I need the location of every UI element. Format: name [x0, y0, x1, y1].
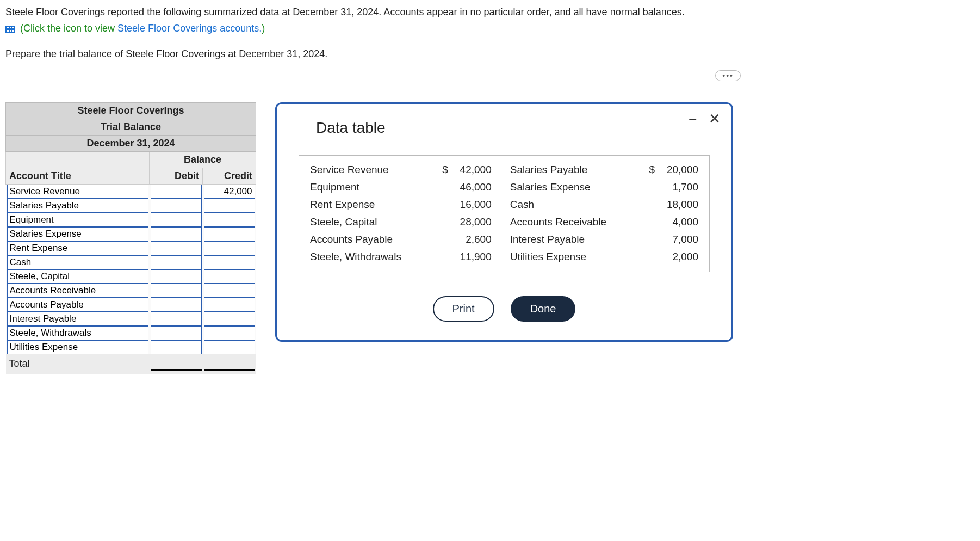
tb-col-debit: Debit	[150, 168, 203, 184]
currency-symbol: $	[434, 161, 450, 179]
data-right-label: Salaries Payable	[508, 161, 641, 179]
tb-row	[6, 269, 256, 284]
data-right-value: 20,000	[657, 161, 700, 179]
data-left-value: 28,000	[450, 213, 494, 231]
tb-row	[6, 340, 256, 354]
data-right-value: 4,000	[657, 213, 700, 231]
data-table-modal: – ✕ Data table Service Revenue$42,000Sal…	[275, 102, 733, 342]
data-table: Service Revenue$42,000Salaries Payable$2…	[308, 161, 700, 266]
data-row: Rent Expense16,000Cash18,000	[308, 196, 700, 213]
close-icon[interactable]: ✕	[709, 112, 721, 126]
data-row: Equipment46,000Salaries Expense1,700	[308, 179, 700, 196]
account-title-input[interactable]	[7, 340, 148, 354]
data-left-value: 2,600	[450, 231, 494, 248]
credit-input[interactable]	[204, 269, 255, 284]
currency-symbol	[641, 196, 657, 213]
debit-input[interactable]	[151, 340, 202, 354]
account-title-input[interactable]	[7, 213, 148, 227]
tb-date: December 31, 2024	[6, 135, 256, 151]
instruction-line: Prepare the trial balance of Steele Floo…	[5, 47, 975, 60]
section-divider	[5, 77, 975, 77]
account-title-input[interactable]	[7, 255, 148, 269]
data-left-label: Rent Expense	[308, 196, 434, 213]
data-row: Service Revenue$42,000Salaries Payable$2…	[308, 161, 700, 179]
debit-input[interactable]	[151, 269, 202, 284]
accounts-link[interactable]: Steele Floor Coverings accounts.	[117, 23, 262, 34]
debit-input[interactable]	[151, 227, 202, 241]
credit-input[interactable]	[204, 312, 255, 326]
tb-row	[6, 312, 256, 326]
done-button[interactable]: Done	[511, 296, 576, 322]
tb-row	[6, 326, 256, 340]
debit-input[interactable]	[151, 213, 202, 227]
credit-input[interactable]	[204, 199, 255, 213]
data-right-value: 1,700	[657, 179, 700, 196]
currency-symbol	[641, 248, 657, 266]
data-right-label: Cash	[508, 196, 641, 213]
credit-input[interactable]	[204, 340, 255, 354]
tb-row	[6, 213, 256, 227]
tb-row	[6, 184, 256, 199]
print-button[interactable]: Print	[433, 296, 494, 322]
account-title-input[interactable]	[7, 284, 148, 298]
credit-input[interactable]	[204, 227, 255, 241]
debit-input[interactable]	[151, 255, 202, 269]
data-right-label: Utilities Expense	[508, 248, 641, 266]
debit-input[interactable]	[151, 298, 202, 312]
grid-icon[interactable]	[5, 26, 15, 33]
account-title-input[interactable]	[7, 241, 148, 255]
data-left-value: 46,000	[450, 179, 494, 196]
data-right-value: 18,000	[657, 196, 700, 213]
data-right-label: Accounts Receivable	[508, 213, 641, 231]
account-title-input[interactable]	[7, 312, 148, 326]
debit-input[interactable]	[151, 284, 202, 298]
tb-row	[6, 298, 256, 312]
tb-title: Trial Balance	[6, 119, 256, 135]
account-title-input[interactable]	[7, 185, 148, 199]
credit-input[interactable]	[204, 241, 255, 255]
debit-input[interactable]	[151, 312, 202, 326]
tb-row	[6, 227, 256, 241]
data-left-label: Steele, Withdrawals	[308, 248, 434, 266]
trial-balance-panel: Steele Floor Coverings Trial Balance Dec…	[5, 102, 256, 374]
intro-line-1: Steele Floor Coverings reported the foll…	[5, 5, 975, 19]
data-right-value: 7,000	[657, 231, 700, 248]
debit-input[interactable]	[151, 185, 202, 199]
problem-intro: Steele Floor Coverings reported the foll…	[5, 5, 975, 60]
credit-input[interactable]	[204, 284, 255, 298]
tb-company: Steele Floor Coverings	[6, 102, 256, 119]
currency-symbol	[434, 196, 450, 213]
debit-input[interactable]	[151, 241, 202, 255]
account-title-input[interactable]	[7, 298, 148, 312]
credit-input[interactable]	[204, 213, 255, 227]
currency-symbol	[641, 179, 657, 196]
currency-symbol	[434, 179, 450, 196]
account-title-input[interactable]	[7, 269, 148, 284]
account-title-input[interactable]	[7, 227, 148, 241]
currency-symbol	[434, 248, 450, 266]
click-suffix: )	[262, 23, 265, 34]
debit-input[interactable]	[151, 326, 202, 340]
currency-symbol: $	[641, 161, 657, 179]
tb-total-credit	[204, 358, 255, 371]
tb-total-label: Total	[6, 354, 150, 374]
debit-input[interactable]	[151, 199, 202, 213]
data-row: Steele, Capital28,000Accounts Receivable…	[308, 213, 700, 231]
more-options-pill[interactable]: •••	[715, 70, 741, 81]
data-left-value: 11,900	[450, 248, 494, 266]
account-title-input[interactable]	[7, 326, 148, 340]
tb-balance-header: Balance	[150, 151, 256, 168]
account-title-input[interactable]	[7, 199, 148, 213]
data-left-label: Equipment	[308, 179, 434, 196]
credit-input[interactable]	[204, 298, 255, 312]
credit-input[interactable]	[204, 255, 255, 269]
minimize-icon[interactable]: –	[689, 112, 697, 126]
data-left-label: Steele, Capital	[308, 213, 434, 231]
credit-input[interactable]	[204, 185, 255, 199]
data-right-label: Interest Payable	[508, 231, 641, 248]
data-left-label: Service Revenue	[308, 161, 434, 179]
click-to-view-line: (Click the icon to view Steele Floor Cov…	[5, 22, 975, 35]
tb-row	[6, 241, 256, 255]
credit-input[interactable]	[204, 326, 255, 340]
tb-row	[6, 199, 256, 213]
